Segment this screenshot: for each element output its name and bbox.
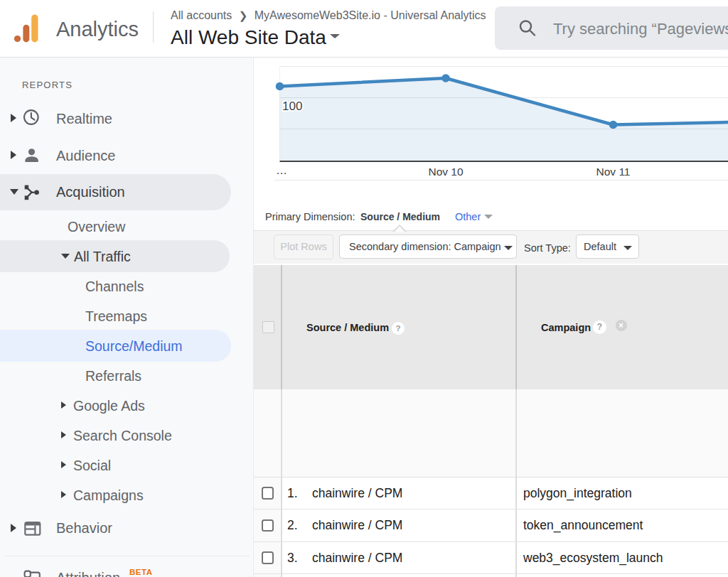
svg-text:Nov 11: Nov 11 xyxy=(596,166,631,178)
svg-text:…: … xyxy=(276,164,287,176)
svg-text:Nov 10: Nov 10 xyxy=(428,166,463,178)
svg-text:100: 100 xyxy=(282,99,302,113)
